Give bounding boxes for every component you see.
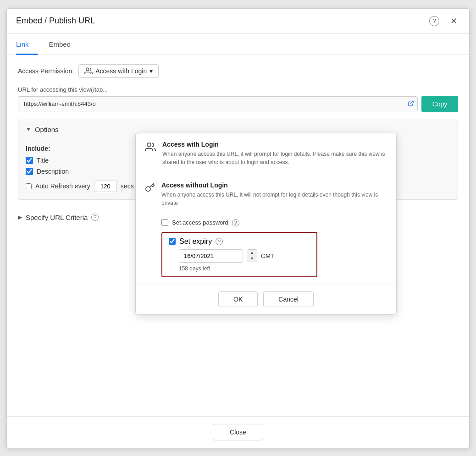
dialog-footer: Close (7, 416, 469, 448)
login-description: When anyone access this URL, it will pro… (162, 150, 387, 166)
svg-point-2 (147, 143, 151, 147)
chevron-down-icon: ▼ (26, 126, 31, 132)
users-icon (84, 67, 93, 75)
tab-link[interactable]: Link (16, 34, 38, 55)
url-label: URL for accessing this view(/tab... (18, 86, 458, 93)
days-left-label: 158 days left (179, 265, 310, 272)
gmt-label: GMT (261, 253, 274, 259)
set-expiry-checkbox[interactable] (169, 238, 176, 245)
login-users-icon (145, 142, 156, 155)
tab-embed[interactable]: Embed (49, 34, 80, 55)
password-help-icon[interactable]: ? (232, 219, 239, 226)
login-title: Access with Login (162, 141, 387, 148)
tabs-bar: Link Embed (7, 34, 469, 55)
access-permission-row: Access Permission: Access with Login ▾ (18, 64, 458, 78)
spinner-down-button[interactable]: ▼ (247, 256, 257, 262)
auto-refresh-label: Auto Refresh every (35, 182, 90, 190)
help-button[interactable]: ? (426, 15, 442, 27)
dialog-title: Embed / Publish URL (16, 16, 95, 26)
no-login-title: Access without Login (161, 181, 387, 189)
dialog-body: Access Permission: Access with Login ▾ U… (7, 55, 469, 416)
criteria-chevron-icon: ▶ (18, 214, 22, 220)
svg-point-0 (86, 68, 89, 71)
access-dropdown-overlay: Access with Login When anyone access thi… (135, 133, 397, 315)
ok-button[interactable]: OK (218, 291, 258, 307)
header-icons: ? ✕ (426, 15, 460, 27)
auto-refresh-input[interactable] (94, 181, 117, 192)
set-password-row: Set access password ? (161, 219, 387, 226)
expiry-help-icon[interactable]: ? (216, 238, 223, 245)
description-checkbox[interactable] (26, 168, 33, 175)
help-icon: ? (429, 16, 439, 26)
access-permission-dropdown[interactable]: Access with Login ▾ (78, 64, 159, 78)
embed-publish-dialog: Embed / Publish URL ? ✕ Link Embed Acces… (6, 8, 470, 448)
spinner-up-button[interactable]: ▲ (247, 250, 257, 256)
url-input-wrapper (18, 96, 418, 111)
dropdown-item-no-login[interactable]: Access without Login When anyone access … (136, 174, 396, 214)
url-input-row: Copy (18, 96, 458, 112)
access-permission-label: Access Permission: (18, 67, 74, 75)
options-label: Options (35, 126, 59, 133)
copy-button[interactable]: Copy (421, 96, 458, 112)
dropdown-footer: OK Cancel (136, 285, 396, 314)
expiry-box: Set expiry ? ▲ ▼ GMT 158 days left (161, 232, 317, 277)
no-login-key-icon (145, 182, 155, 195)
expiry-date-input[interactable] (179, 249, 243, 263)
dropdown-item-login[interactable]: Access with Login When anyone access thi… (136, 133, 396, 174)
set-password-checkbox[interactable] (161, 219, 168, 226)
no-login-description: When anyone access this URL, it will not… (161, 191, 387, 207)
dropdown-arrow: ▾ (149, 67, 153, 75)
date-spinner: ▲ ▼ (247, 249, 257, 262)
criteria-help-icon[interactable]: ? (91, 214, 99, 221)
cancel-button[interactable]: Cancel (263, 291, 314, 307)
title-label: Title (37, 157, 49, 164)
set-expiry-label: Set expiry (179, 237, 212, 246)
url-section: URL for accessing this view(/tab... Copy (18, 86, 458, 112)
access-permission-value: Access with Login (95, 67, 147, 75)
set-password-label: Set access password (172, 219, 228, 226)
close-icon: ✕ (450, 16, 457, 26)
specify-criteria-label: Specify URL Criteria (26, 214, 88, 221)
close-dialog-button[interactable]: Close (213, 424, 263, 440)
sub-options: Set access password ? Set expiry ? ▲ ▼ (136, 214, 396, 285)
expiry-date-row: ▲ ▼ GMT (179, 249, 310, 263)
secs-label: secs (121, 182, 134, 190)
expiry-row: Set expiry ? (169, 237, 310, 246)
close-button[interactable]: ✕ (448, 15, 460, 27)
dialog-header: Embed / Publish URL ? ✕ (7, 9, 469, 34)
title-checkbox[interactable] (26, 157, 33, 164)
url-input[interactable] (18, 96, 418, 111)
auto-refresh-checkbox[interactable] (26, 183, 32, 189)
svg-line-1 (410, 101, 413, 104)
external-link-icon[interactable] (408, 100, 414, 108)
description-label: Description (37, 168, 69, 175)
